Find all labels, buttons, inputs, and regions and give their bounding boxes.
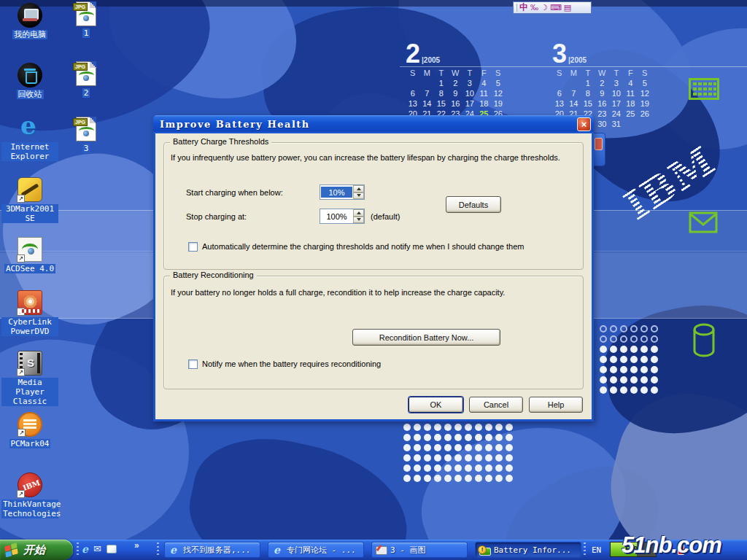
dialog-titlebar[interactable]: Improve Battery Health × [153,115,594,133]
stop-threshold-value[interactable]: 100% [320,209,353,223]
calendar-weekday: S [406,68,420,78]
dot [485,475,492,482]
spin-down-button[interactable] [353,217,364,224]
taskbar-button-1[interactable]: 找不到服务器,... [164,542,260,558]
desktop-icon-my-computer[interactable]: 我的电脑 [1,3,58,39]
dot [475,464,482,472]
ok-button[interactable]: OK [409,397,463,413]
jpg-file-icon-1[interactable]: JPG1 [67,1,105,38]
dot [506,464,513,472]
notify-reconditioning-checkbox[interactable] [188,359,198,369]
start-threshold-value[interactable]: 10% [321,187,352,198]
group-legend: Battery Charge Thresholds [170,137,271,146]
calendar-weekday: S [491,68,506,78]
recondition-battery-button[interactable]: Recondition Battery Now... [352,329,500,346]
ime-language-bar[interactable]: 中 ‰☽⌨▤ [513,1,592,14]
ime-menu-icon[interactable]: ▤ [564,2,571,13]
taskbar-button-3[interactable]: 3 - 画图 [371,542,468,558]
start-threshold-spinner[interactable]: 10% [320,184,365,200]
language-indicator[interactable]: EN [592,545,601,555]
desktop-icon-mpc[interactable]: ↗Media Player Classic [1,351,58,406]
dot [465,475,472,482]
desktop-icon-pcmark[interactable]: ↗PCMark04 [1,412,58,448]
dot [630,346,638,353]
default-note: (default) [371,212,400,221]
spin-up-button[interactable] [353,209,364,217]
dot [434,434,441,441]
desktop-icon-acdsee[interactable]: ↗ACDSee 4.0 [1,237,58,273]
calendar-day: 14 [420,98,435,109]
dot [651,346,658,353]
dot [600,356,607,363]
desktop-icon-label: PCMark04 [9,439,51,448]
jpg-badge: JPG [73,118,88,126]
close-button[interactable]: × [577,117,591,131]
dot [506,475,513,482]
dot [403,475,411,482]
help-button[interactable]: Help [529,397,583,413]
dot [620,376,627,384]
defaults-button[interactable]: Defaults [446,196,501,213]
dot [414,434,421,441]
dot [434,464,441,472]
jpg-document-icon: JPG [76,61,96,86]
desktop-icon-powerdvd[interactable]: ↗CyberLink PowerDVD [1,290,58,336]
spin-down-button[interactable] [353,192,364,200]
desktop-icon-recycle-bin[interactable]: 回收站 [1,63,58,99]
dot [630,366,638,373]
desktop-icon-internet-explorer[interactable]: Internet Explorer [1,115,58,161]
dot [403,434,411,441]
calendar-day: 1 [581,78,595,88]
ime-language-indicator[interactable]: 中 [519,2,528,13]
dot [485,444,492,451]
soft-keyboard-icon[interactable]: ⌨ [550,2,562,13]
spinner-buttons [353,209,364,223]
stop-threshold-spinner[interactable]: 100% [320,209,365,224]
dot [610,366,617,373]
dot [434,475,441,482]
jpg-file-icon-3[interactable]: JPG3 [67,117,105,153]
dot [495,434,503,441]
fullwidth-halfwidth-icon[interactable]: ‰ [530,2,538,13]
reconditioning-description: If your battery no longer holds a full c… [171,288,505,297]
dot [630,386,638,394]
page-fold [90,1,96,8]
dot [454,434,462,441]
dot [465,434,472,441]
punctuation-moon-icon[interactable]: ☽ [541,2,548,13]
dot [454,475,462,482]
dot [424,464,431,472]
dot [465,444,472,451]
database-cylinder-icon [692,323,716,358]
dot [506,434,513,441]
thinkvantage-icon: ↗ [18,472,42,497]
desktop-icon-label: ThinkVantage Technologies [1,499,58,518]
cancel-button[interactable]: Cancel [469,397,523,413]
recycle-bin-icon [18,63,42,88]
dot [414,444,421,451]
calendar-day: 5 [491,78,506,88]
ime-drag-handle[interactable] [516,4,517,12]
page-fold [90,61,96,68]
calendar-day: 25 [624,109,638,119]
dot [630,335,638,343]
close-icon: × [581,120,587,129]
dots-pattern-center [402,422,514,483]
taskbar-button-2[interactable]: 专门网论坛 - ... [268,542,364,558]
calendar-weekday: M [420,68,435,78]
calendar-year: |2005 [422,56,440,64]
dot [485,454,492,462]
dot [444,454,452,462]
calendar-day: 10 [462,88,477,98]
dot [485,434,492,441]
battery-reconditioning-group: Battery Reconditioning If your battery n… [163,276,584,389]
taskbar-button-4[interactable]: Battery Infor... [475,542,581,558]
desktop-icon-mark3d[interactable]: ↗3DMark2001 SE [1,177,58,223]
jpg-file-icon-2[interactable]: JPG2 [67,61,105,98]
taskbar-button-label: 3 - 画图 [390,545,426,556]
desktop-icon-thinkvantage[interactable]: ↗ThinkVantage Technologies [1,472,58,518]
calendar-day: 19 [638,98,652,109]
calendar-day: 11 [477,88,492,98]
spin-up-button[interactable] [353,185,364,192]
auto-determine-checkbox[interactable] [188,242,198,252]
